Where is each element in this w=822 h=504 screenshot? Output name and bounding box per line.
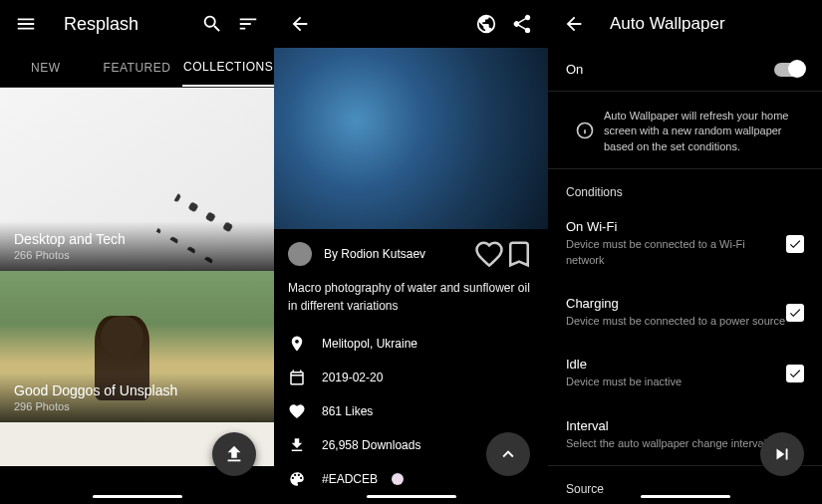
appbar xyxy=(274,0,548,48)
color-swatch xyxy=(392,473,404,485)
heart-icon xyxy=(288,402,316,420)
palette-icon xyxy=(288,470,316,488)
meta-likes: 861 Likes xyxy=(274,394,548,428)
section-conditions: Conditions xyxy=(548,169,822,205)
collection-title: Desktop and Tech xyxy=(14,231,260,247)
info-icon xyxy=(566,121,604,140)
collection-count: 296 Photos xyxy=(14,400,260,412)
author-name[interactable]: By Rodion Kutsaev xyxy=(324,247,474,261)
checkbox-wifi[interactable] xyxy=(786,235,804,253)
photo-preview[interactable] xyxy=(274,48,548,229)
calendar-icon xyxy=(288,369,316,386)
tab-new[interactable]: NEW xyxy=(0,48,92,87)
collection-card[interactable]: Desktop and Tech 266 Photos xyxy=(0,88,274,271)
page-title: Auto Wallpaper xyxy=(610,14,725,34)
checkbox-charging[interactable] xyxy=(786,304,804,322)
switch-on[interactable] xyxy=(774,63,804,77)
back-icon[interactable] xyxy=(556,6,592,42)
appbar: Auto Wallpaper xyxy=(548,0,822,48)
tab-bar: NEW FEATURED COLLECTIONS xyxy=(0,48,274,88)
next-button[interactable] xyxy=(760,432,804,476)
tab-featured[interactable]: FEATURED xyxy=(92,48,183,87)
nav-handle xyxy=(93,495,182,498)
menu-icon[interactable] xyxy=(8,6,44,42)
search-icon[interactable] xyxy=(194,6,230,42)
collection-title: Good Doggos of Unsplash xyxy=(14,382,260,398)
sort-icon[interactable] xyxy=(230,6,266,42)
app-title: Resplash xyxy=(64,14,194,35)
expand-button[interactable] xyxy=(486,432,530,476)
meta-location[interactable]: Melitopol, Ukraine xyxy=(274,327,548,361)
tab-collections[interactable]: COLLECTIONS xyxy=(182,48,274,87)
setting-charging[interactable]: Charging Device must be connected to a p… xyxy=(548,282,822,343)
setting-wifi[interactable]: On Wi-Fi Device must be connected to a W… xyxy=(548,205,822,282)
back-icon[interactable] xyxy=(282,6,318,42)
download-icon xyxy=(288,436,316,454)
like-icon[interactable] xyxy=(474,239,504,269)
nav-handle xyxy=(641,495,730,498)
upload-button[interactable] xyxy=(212,432,256,476)
setting-idle[interactable]: Idle Device must be inactive xyxy=(548,343,822,403)
photo-description: Macro photography of water and sunflower… xyxy=(274,279,548,327)
setting-info: Auto Wallpaper will refresh your home sc… xyxy=(548,92,822,169)
bookmark-icon[interactable] xyxy=(504,239,534,269)
author-row: By Rodion Kutsaev xyxy=(274,229,548,279)
location-icon xyxy=(288,335,316,353)
collection-card[interactable]: Good Doggos of Unsplash 296 Photos xyxy=(0,271,274,422)
setting-master-switch[interactable]: On xyxy=(548,48,822,92)
share-icon[interactable] xyxy=(504,6,540,42)
collection-count: 266 Photos xyxy=(14,249,260,261)
collection-list[interactable]: Desktop and Tech 266 Photos Good Doggos … xyxy=(0,88,274,466)
globe-icon[interactable] xyxy=(468,6,504,42)
avatar[interactable] xyxy=(288,242,312,266)
appbar: Resplash xyxy=(0,0,274,48)
checkbox-idle[interactable] xyxy=(786,365,804,382)
meta-date: 2019-02-20 xyxy=(274,361,548,394)
nav-handle xyxy=(367,495,456,498)
